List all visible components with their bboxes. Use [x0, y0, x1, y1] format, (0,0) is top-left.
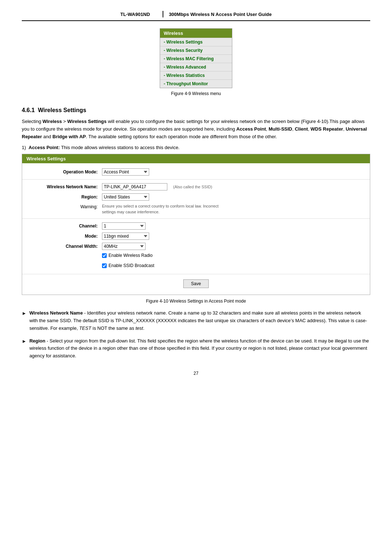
header-divider	[163, 11, 163, 17]
ws-box-body: Operation Mode: Access Point Multi-SSID …	[22, 163, 370, 295]
network-name-hint: (Also called the SSID)	[173, 185, 212, 189]
warning-text: Ensure you select a correct country to c…	[102, 204, 225, 215]
enable-ssid-value: Enable SSID Broadcast	[102, 263, 154, 268]
enable-ssid-text: Enable SSID Broadcast	[109, 263, 154, 268]
enable-ssid-checkbox[interactable]	[102, 263, 107, 268]
section-body-text: Selecting Wireless > Wireless Settings w…	[22, 118, 370, 140]
channel-label: Channel:	[29, 222, 102, 229]
section-title: 4.6.1 Wireless Settings	[22, 107, 370, 114]
operation-mode-label: Operation Mode:	[29, 168, 102, 175]
channel-row: Channel: 1 2 3 4 5 6	[22, 221, 370, 231]
menu-item-wireless-settings[interactable]: - Wireless Settings	[160, 38, 232, 46]
menu-item-wireless-advanced[interactable]: - Wireless Advanced	[160, 63, 232, 71]
channel-value: 1 2 3 4 5 6	[102, 222, 146, 230]
wireless-menu: Wireless - Wireless Settings - Wireless …	[160, 28, 232, 88]
warning-label: Warning:	[29, 204, 102, 209]
menu-container: Wireless - Wireless Settings - Wireless …	[22, 28, 370, 103]
network-name-row: Wireless Network Name: (Also called the …	[22, 182, 370, 192]
region-select[interactable]: United States United Kingdom Germany Oth…	[102, 193, 149, 201]
wireless-settings-box: Wireless Settings Operation Mode: Access…	[22, 154, 370, 295]
menu-figure-caption: Figure 4-9 Wireless menu	[171, 91, 221, 96]
save-row: Save	[22, 276, 370, 291]
bullet-text-2: Region - Select your region from the pul…	[29, 337, 370, 360]
page-number: 27	[22, 371, 370, 376]
numbered-list: 1) Access Point: This mode allows wirele…	[22, 145, 370, 150]
bullet-arrow-2: ►	[22, 338, 26, 345]
mode-select[interactable]: 11bgn mixed 11b only 11g only 11n only	[102, 233, 149, 240]
operation-mode-value: Access Point Multi-SSID Client WDS Repea…	[102, 168, 149, 176]
enable-ssid-spacer	[29, 263, 102, 264]
enable-radio-checkbox-label[interactable]: Enable Wireless Radio	[102, 253, 152, 258]
operation-mode-row: Operation Mode: Access Point Multi-SSID …	[22, 167, 370, 177]
menu-item-throughput-monitor[interactable]: - Throughput Monitor	[160, 79, 232, 88]
page-header: TL-WA901ND 300Mbps Wireless N Access Poi…	[22, 11, 370, 21]
network-name-value: (Also called the SSID)	[102, 183, 212, 190]
enable-radio-value: Enable Wireless Radio	[102, 253, 152, 258]
channel-width-row: Channel Width: 40MHz 20MHz Auto	[22, 241, 370, 251]
menu-header: Wireless	[160, 29, 232, 38]
bullet-text-1: Wireless Network Name - Identifies your …	[29, 309, 370, 332]
enable-radio-text: Enable Wireless Radio	[109, 253, 152, 258]
network-name-input[interactable]	[102, 183, 167, 190]
ap-term: Access Point:	[29, 145, 60, 150]
enable-radio-row: Enable Wireless Radio	[22, 251, 370, 262]
bullet-item-region: ► Region - Select your region from the p…	[22, 337, 370, 360]
region-label: Region:	[29, 193, 102, 200]
operation-mode-select[interactable]: Access Point Multi-SSID Client WDS Repea…	[102, 168, 149, 176]
list-item-ap: 1) Access Point: This mode allows wirele…	[22, 145, 370, 150]
warning-row: Warning: Ensure you select a correct cou…	[22, 202, 370, 216]
menu-item-wireless-statistics[interactable]: - Wireless Statistics	[160, 71, 232, 79]
save-button[interactable]: Save	[183, 279, 208, 288]
divider-2	[22, 218, 370, 219]
bullet-list: ► Wireless Network Name - Identifies you…	[22, 309, 370, 360]
ws-box-header: Wireless Settings	[22, 154, 370, 163]
bullet-item-network-name: ► Wireless Network Name - Identifies you…	[22, 309, 370, 332]
divider-3	[22, 274, 370, 274]
mode-label: Mode:	[29, 233, 102, 239]
channel-select[interactable]: 1 2 3 4 5 6	[102, 222, 146, 230]
guide-title: 300Mbps Wireless N Access Point User Gui…	[169, 12, 271, 17]
region-row: Region: United States United Kingdom Ger…	[22, 192, 370, 202]
mode-row: Mode: 11bgn mixed 11b only 11g only 11n …	[22, 231, 370, 241]
region-value: United States United Kingdom Germany Oth…	[102, 193, 149, 201]
bullet-arrow-1: ►	[22, 310, 26, 317]
enable-ssid-checkbox-label[interactable]: Enable SSID Broadcast	[102, 263, 154, 268]
enable-ssid-row: Enable SSID Broadcast	[22, 262, 370, 272]
mode-value: 11bgn mixed 11b only 11g only 11n only	[102, 233, 149, 240]
channel-width-value: 40MHz 20MHz Auto	[102, 243, 146, 250]
model-name: TL-WA901ND	[121, 12, 150, 17]
figure2-caption: Figure 4-10 Wireless Settings in Access …	[22, 299, 370, 304]
enable-radio-checkbox[interactable]	[102, 253, 107, 258]
divider-1	[22, 179, 370, 180]
network-name-label: Wireless Network Name:	[29, 183, 102, 189]
channel-width-select[interactable]: 40MHz 20MHz Auto	[102, 243, 146, 250]
menu-item-wireless-security[interactable]: - Wireless Security	[160, 46, 232, 54]
menu-item-wireless-mac-filtering[interactable]: - Wireless MAC Filtering	[160, 54, 232, 63]
channel-width-label: Channel Width:	[29, 243, 102, 249]
enable-radio-spacer	[29, 253, 102, 254]
